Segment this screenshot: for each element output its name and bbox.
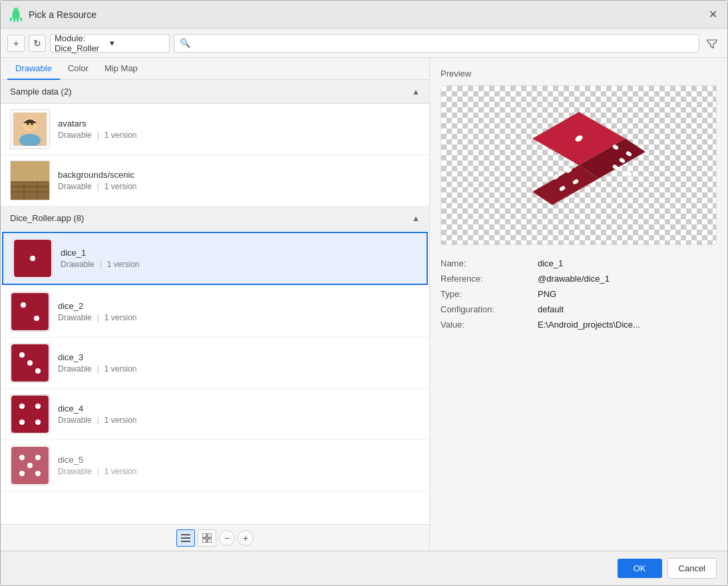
reference-value: @drawable/dice_1	[538, 274, 717, 284]
svg-rect-33	[181, 537, 190, 539]
configuration-label: Configuration:	[441, 304, 527, 314]
svg-rect-21	[11, 396, 49, 433]
svg-rect-34	[181, 541, 190, 542]
resource-info: dice_3 Drawable | 1 version	[58, 352, 420, 374]
svg-point-28	[35, 455, 41, 460]
resource-list: Sample data (2) ▲	[1, 80, 429, 524]
resource-info: backgrounds/scenic Drawable | 1 version	[58, 170, 420, 191]
resource-meta: Drawable | 1 version	[58, 182, 420, 191]
main-content: Drawable Color Mip Map Sample data (2) ▲	[1, 58, 727, 551]
avatar-thumb	[10, 109, 50, 149]
refresh-button[interactable]: ↻	[29, 35, 46, 52]
svg-point-29	[27, 463, 33, 468]
svg-point-25	[35, 420, 41, 425]
ok-button[interactable]: OK	[618, 559, 662, 578]
collapse-sample-data-button[interactable]: ▲	[412, 87, 420, 97]
filter-button[interactable]	[703, 35, 721, 52]
module-select[interactable]: Module: Dice_Roller ▾	[50, 34, 170, 53]
configuration-value: default	[538, 304, 717, 314]
pick-resource-dialog: Pick a Resource ✕ + ↻ Module: Dice_Rolle…	[0, 0, 728, 586]
name-value: dice_1	[538, 258, 717, 268]
close-button[interactable]: ✕	[706, 8, 719, 21]
android-icon	[9, 7, 23, 22]
grid-view-button[interactable]	[198, 529, 216, 547]
list-item[interactable]: backgrounds/scenic Drawable | 1 version	[1, 155, 429, 206]
list-item[interactable]: dice_3 Drawable | 1 version	[1, 338, 429, 389]
svg-point-30	[19, 471, 25, 476]
bottom-toolbar: − +	[1, 524, 429, 551]
svg-point-4	[27, 123, 29, 125]
svg-point-18	[19, 352, 25, 358]
list-item[interactable]: dice_5 Drawable | 1 version	[1, 440, 429, 491]
dialog-title: Pick a Resource	[29, 9, 96, 20]
tab-mip-map[interactable]: Mip Map	[96, 58, 146, 80]
chevron-down-icon: ▾	[110, 38, 165, 48]
svg-point-13	[30, 256, 35, 261]
svg-point-16	[34, 316, 39, 321]
zoom-out-button[interactable]: −	[219, 530, 235, 546]
svg-point-23	[35, 404, 41, 409]
resource-info: dice_5 Drawable | 1 version	[58, 455, 420, 476]
tab-color[interactable]: Color	[60, 58, 96, 80]
svg-point-48	[625, 170, 632, 177]
resource-meta: Drawable | 1 version	[58, 467, 420, 476]
svg-rect-14	[11, 293, 49, 330]
svg-point-31	[35, 471, 41, 476]
filter-icon	[707, 38, 717, 49]
resource-name: dice_2	[58, 301, 420, 311]
resource-name: avatars	[58, 119, 420, 129]
resource-meta: Drawable | 1 version	[61, 260, 417, 269]
search-box: 🔍	[174, 34, 699, 53]
resource-name: dice_4	[58, 404, 420, 414]
svg-rect-36	[208, 533, 212, 537]
dialog-footer: OK Cancel	[1, 551, 727, 585]
zoom-in-button[interactable]: +	[238, 530, 254, 546]
left-panel: Drawable Color Mip Map Sample data (2) ▲	[1, 58, 430, 551]
search-input[interactable]	[194, 38, 693, 48]
resource-meta: Drawable | 1 version	[58, 416, 420, 425]
svg-rect-38	[208, 539, 212, 543]
type-label: Type:	[441, 289, 527, 299]
title-bar: Pick a Resource ✕	[1, 1, 727, 29]
list-item[interactable]: dice_4 Drawable | 1 version	[1, 389, 429, 440]
svg-point-27	[19, 455, 25, 460]
resource-name: backgrounds/scenic	[58, 170, 420, 180]
list-item[interactable]: dice_1 Drawable | 1 version	[2, 232, 428, 285]
type-value: PNG	[538, 289, 717, 299]
svg-point-22	[19, 404, 25, 409]
resource-info: dice_1 Drawable | 1 version	[61, 248, 417, 269]
section-dice-roller-title: Dice_Roller.app (8)	[10, 213, 84, 223]
svg-point-5	[31, 123, 33, 125]
svg-point-20	[35, 368, 41, 374]
add-button[interactable]: +	[7, 35, 25, 52]
dice3-thumb	[10, 343, 50, 383]
resource-info: dice_2 Drawable | 1 version	[58, 301, 420, 322]
resource-name: dice_3	[58, 352, 420, 362]
name-label: Name:	[441, 258, 527, 268]
preview-title: Preview	[441, 69, 717, 79]
reference-label: Reference:	[441, 274, 527, 284]
properties: Name: dice_1 Reference: @drawable/dice_1…	[441, 258, 717, 330]
svg-point-15	[21, 302, 26, 308]
preview-area	[441, 85, 717, 245]
collapse-dice-roller-button[interactable]: ▲	[412, 214, 420, 223]
resource-info: avatars Drawable | 1 version	[58, 119, 420, 140]
value-value: E:\Android_projects\Dice...	[538, 320, 717, 330]
module-label: Module: Dice_Roller	[55, 33, 110, 53]
value-label: Value:	[441, 320, 527, 330]
grid-view-icon	[202, 533, 212, 543]
cancel-button[interactable]: Cancel	[667, 558, 717, 579]
list-item[interactable]: avatars Drawable | 1 version	[1, 104, 429, 155]
tabs: Drawable Color Mip Map	[1, 58, 429, 80]
list-view-button[interactable]	[176, 529, 195, 547]
resource-info: dice_4 Drawable | 1 version	[58, 404, 420, 425]
svg-rect-35	[202, 533, 206, 537]
toolbar: + ↻ Module: Dice_Roller ▾ 🔍	[1, 29, 727, 58]
resource-name: dice_5	[58, 455, 420, 465]
section-sample-data: Sample data (2) ▲	[1, 80, 429, 104]
list-item[interactable]: dice_2 Drawable | 1 version	[1, 286, 429, 338]
tab-drawable[interactable]: Drawable	[7, 58, 60, 80]
dice-preview-image	[512, 99, 645, 232]
svg-point-19	[27, 360, 33, 366]
scenic-thumb	[10, 160, 50, 200]
